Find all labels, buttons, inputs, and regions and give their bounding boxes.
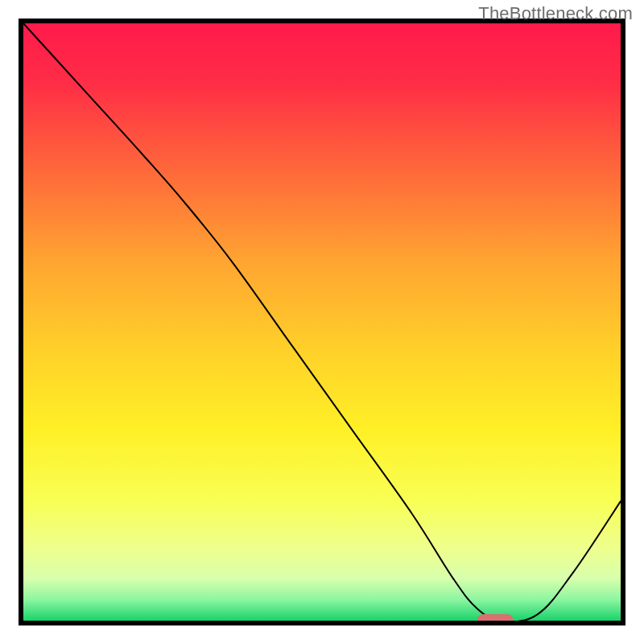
plot-background [23, 23, 621, 621]
watermark-text: TheBottleneck.com [478, 3, 633, 24]
chart-container: TheBottleneck.com [0, 0, 644, 644]
chart-svg [0, 0, 644, 644]
